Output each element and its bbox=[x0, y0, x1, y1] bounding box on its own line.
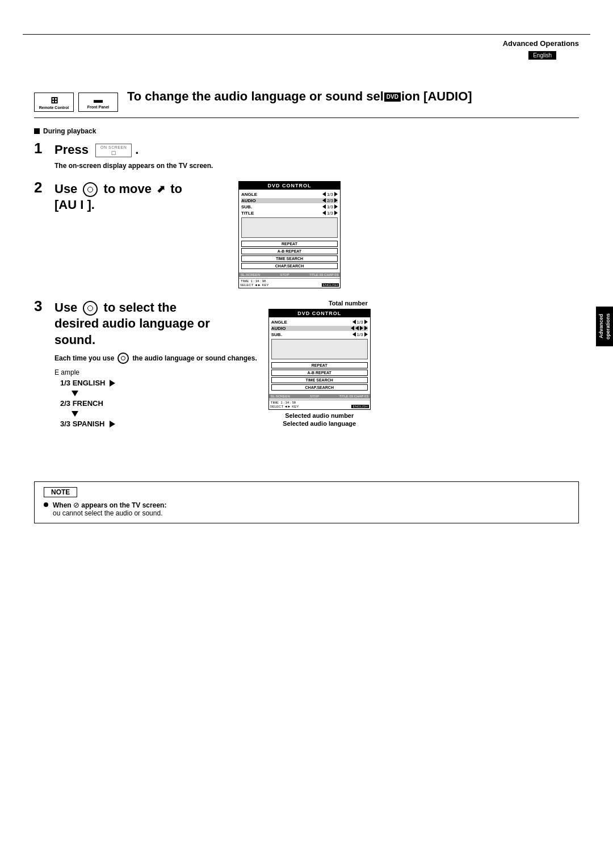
front-panel-icon: ▬ Front Panel bbox=[78, 93, 118, 112]
square-bullet-icon bbox=[34, 128, 40, 134]
arrow-cursor-icon: ⬈ bbox=[157, 183, 165, 196]
english-highlight-2: ENGLISH bbox=[351, 405, 368, 408]
step-1-number: 1 bbox=[34, 141, 54, 156]
down-arrow-1 bbox=[72, 389, 257, 398]
audio-item-1: 1/3 ENGLISH bbox=[60, 379, 257, 387]
section-divider bbox=[34, 118, 579, 118]
triangle-left-icon bbox=[322, 204, 326, 209]
note-box: NOTE When ⊘ appears on the TV screen: ou… bbox=[34, 481, 579, 523]
dvd-header-2: DVD CONTROL bbox=[269, 309, 370, 317]
total-number-label: Total number bbox=[329, 300, 368, 307]
ab-repeat-btn-2: A-B REPEAT bbox=[271, 370, 368, 376]
language-badge: English bbox=[528, 51, 556, 60]
dvd-row-angle-2: ANGLE 1/3 bbox=[271, 320, 368, 325]
triangle-left-icon-2 bbox=[352, 320, 356, 324]
dvd-row-sub: SUB. 1/3 bbox=[241, 204, 338, 209]
section-title: Advanced Operations bbox=[503, 39, 579, 48]
triangle-right-icon bbox=[334, 211, 338, 215]
triangle-left-icon bbox=[322, 211, 326, 215]
on-screen-button-icon: ON SCREEN □ bbox=[95, 144, 132, 157]
step-3: 3 Use to select the des bbox=[34, 300, 579, 431]
page-heading: To change the audio language or sound se… bbox=[127, 88, 579, 105]
triangle-right-icon bbox=[334, 204, 338, 209]
dvd-rows-2: ANGLE 1/3 AUDIO bbox=[269, 317, 370, 337]
dvd-buttons-area: REPEAT A-B REPEAT TIME SEARCH CHAP.SEARC… bbox=[239, 240, 340, 272]
triangle-left-icon bbox=[322, 198, 326, 203]
step-3-content: Use to select the desired audio language… bbox=[54, 300, 579, 431]
triangle-right-icon bbox=[334, 198, 338, 203]
step-3-text: Use to select the desired audio language… bbox=[54, 300, 257, 431]
circle-button-icon-2 bbox=[83, 301, 98, 316]
step-2-content: Use to move ⬈ to [AU I ]. bbox=[54, 181, 579, 288]
dvd-row-audio-2: AUDIO bbox=[271, 326, 368, 331]
circle-button-icon bbox=[83, 182, 98, 197]
remote-control-icon: ⊞ Remote Control bbox=[34, 93, 74, 112]
audio-item-3: 3/3 SPANISH bbox=[60, 420, 257, 428]
chap-search-btn-2: CHAP.SEARCH bbox=[271, 384, 368, 391]
chap-search-btn: CHAP.SEARCH bbox=[241, 263, 338, 269]
arrow-right-icon bbox=[110, 380, 115, 387]
bullet-circle-icon bbox=[44, 502, 48, 507]
dvd-select-bar: SELECT ◄► KEY ENGLISH bbox=[239, 283, 340, 287]
side-tab: Advanced operations bbox=[596, 307, 613, 346]
dvd-time-bar: TIME 1 : 34 : 98 bbox=[239, 278, 340, 283]
triangle-right-icon bbox=[334, 192, 338, 196]
each-time-row: Each time you use the audio language or … bbox=[54, 353, 257, 364]
dvd-screen-area bbox=[241, 217, 338, 238]
dvd-buttons-area-2: REPEAT A-B REPEAT TIME SEARCH CHAP.SEARC… bbox=[269, 361, 370, 394]
dvd-screen-area-2 bbox=[271, 339, 368, 359]
triangle-left-icon bbox=[322, 192, 326, 196]
step-1: 1 Press ON SCREEN □ . The on-screen disp… bbox=[34, 142, 579, 170]
selected-audio-language-label: Selected audio language bbox=[283, 420, 356, 427]
dvd-panel-step2: DVD CONTROL ANGLE 1/3 bbox=[238, 181, 341, 288]
circle-button-icon-3 bbox=[117, 353, 129, 364]
triangle-left-icon-5 bbox=[352, 332, 356, 337]
main-content: ⊞ Remote Control ▬ Front Panel To change… bbox=[0, 60, 613, 464]
dvd-rows: ANGLE 1/3 AUDIO bbox=[239, 190, 340, 216]
step-1-instruction: Press ON SCREEN □ . bbox=[54, 142, 579, 158]
arrow-down-icon-2 bbox=[72, 411, 78, 417]
step-2-text: Use to move ⬈ to [AU I ]. bbox=[54, 181, 225, 217]
time-search-btn-2: TIME SEARCH bbox=[271, 377, 368, 383]
step-2-instruction: Use to move ⬈ to [AU I ]. bbox=[54, 181, 225, 213]
prohibit-icon: ⊘ bbox=[73, 501, 79, 509]
dvd-header: DVD CONTROL bbox=[239, 182, 340, 190]
time-search-btn: TIME SEARCH bbox=[241, 255, 338, 262]
audio-item-2: 2/3 FRENCH bbox=[60, 399, 257, 408]
during-playback-label: During playback bbox=[34, 127, 579, 135]
selected-audio-number-label: Selected audio number bbox=[285, 412, 354, 419]
step-2-number: 2 bbox=[34, 180, 54, 195]
triangle-right-icon-3 bbox=[360, 326, 363, 330]
repeat-btn-2: REPEAT bbox=[271, 362, 368, 368]
dvd-row-title: TITLE 1/3 bbox=[241, 211, 338, 216]
example-label: E ample bbox=[54, 368, 257, 376]
step-1-note: The on-screen display appears on the TV … bbox=[54, 162, 579, 170]
dvd-time-bar-2: TIME 1 : 34 : 58 bbox=[269, 400, 370, 405]
dvd-row-angle: ANGLE 1/3 bbox=[241, 192, 338, 197]
step-2-screen: DVD CONTROL ANGLE 1/3 bbox=[238, 181, 341, 288]
english-highlight: ENGLISH bbox=[322, 283, 339, 287]
triangle-right-icon-2 bbox=[364, 320, 368, 324]
audio-list: 1/3 ENGLISH 2/3 FRENCH bbox=[60, 379, 257, 428]
dvd-panel-step3: DVD CONTROL ANGLE 1/3 bbox=[268, 309, 371, 410]
triangle-right-icon-4 bbox=[364, 326, 368, 330]
triangle-left-icon-4 bbox=[355, 326, 359, 330]
down-arrow-2 bbox=[72, 410, 257, 418]
ab-repeat-btn: A-B REPEAT bbox=[241, 248, 338, 254]
page-container: Advanced Operations English ⊞ Remote Con… bbox=[0, 34, 613, 868]
step-3-screen: Total number DVD CONTROL ANGLE 1/ bbox=[268, 300, 371, 427]
dvd-info-bar-2: SL.SCREENSTOPTITLE 03 CHAP 03 bbox=[269, 394, 370, 399]
dvd-badge: DVD bbox=[384, 93, 401, 102]
dvd-row-audio: AUDIO 2/3 bbox=[241, 198, 338, 203]
dvd-info-bar: SL.SCREENSTOPTITLE 03 CHAP 03 bbox=[239, 272, 340, 277]
dvd-select-bar-2: SELECT ◄► KEY ENGLISH bbox=[269, 405, 370, 408]
step-1-content: Press ON SCREEN □ . The on-screen displa… bbox=[54, 142, 579, 170]
dvd-row-sub-2: SUB. 1/3 bbox=[271, 332, 368, 337]
arrow-right-icon-2 bbox=[110, 421, 115, 427]
triangle-right-icon-5 bbox=[364, 332, 368, 337]
repeat-btn: REPEAT bbox=[241, 241, 338, 247]
note-header: NOTE bbox=[44, 488, 569, 496]
step-3-number: 3 bbox=[34, 299, 54, 313]
arrow-down-icon bbox=[72, 391, 78, 396]
step-3-instruction: Use to select the desired audio language… bbox=[54, 300, 257, 349]
